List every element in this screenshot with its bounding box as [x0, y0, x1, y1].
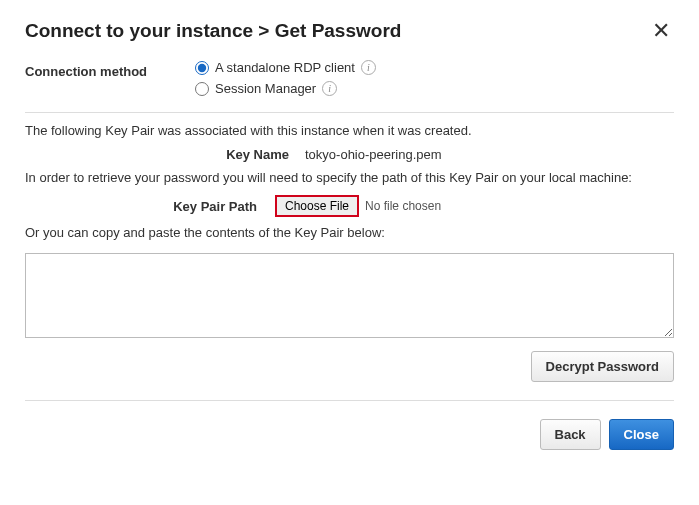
- radio-ssm-input[interactable]: [195, 82, 209, 96]
- key-pair-textarea[interactable]: [25, 253, 674, 338]
- retrieve-instruction-text: In order to retrieve your password you w…: [25, 168, 674, 188]
- key-name-value: tokyo-ohio-peering.pem: [305, 147, 442, 162]
- footer-divider: [25, 400, 674, 401]
- decrypt-row: Decrypt Password: [25, 351, 674, 382]
- radio-ssm-label: Session Manager: [215, 81, 316, 96]
- close-button[interactable]: Close: [609, 419, 674, 450]
- dialog-title: Connect to your instance > Get Password: [25, 20, 401, 42]
- divider: [25, 112, 674, 113]
- file-chosen-status: No file chosen: [365, 199, 441, 213]
- dialog-footer: Back Close: [25, 419, 674, 450]
- choose-file-button[interactable]: Choose File: [275, 195, 359, 217]
- back-button[interactable]: Back: [540, 419, 601, 450]
- radio-rdp-client[interactable]: A standalone RDP client i: [195, 60, 376, 75]
- info-icon[interactable]: i: [322, 81, 337, 96]
- paste-instruction-text: Or you can copy and paste the contents o…: [25, 223, 674, 243]
- key-name-label: Key Name: [25, 147, 305, 162]
- info-icon[interactable]: i: [361, 60, 376, 75]
- keypair-intro-text: The following Key Pair was associated wi…: [25, 121, 674, 141]
- close-icon[interactable]: ✕: [648, 20, 674, 42]
- key-pair-path-label: Key Pair Path: [25, 199, 275, 214]
- radio-rdp-label: A standalone RDP client: [215, 60, 355, 75]
- key-name-row: Key Name tokyo-ohio-peering.pem: [25, 147, 674, 162]
- connection-method-radios: A standalone RDP client i Session Manage…: [195, 60, 376, 96]
- connection-method-label: Connection method: [25, 60, 195, 79]
- decrypt-password-button[interactable]: Decrypt Password: [531, 351, 674, 382]
- key-pair-path-row: Key Pair Path Choose File No file chosen: [25, 195, 674, 217]
- dialog-header: Connect to your instance > Get Password …: [25, 20, 674, 42]
- radio-session-manager[interactable]: Session Manager i: [195, 81, 376, 96]
- connection-method-row: Connection method A standalone RDP clien…: [25, 60, 674, 96]
- radio-rdp-input[interactable]: [195, 61, 209, 75]
